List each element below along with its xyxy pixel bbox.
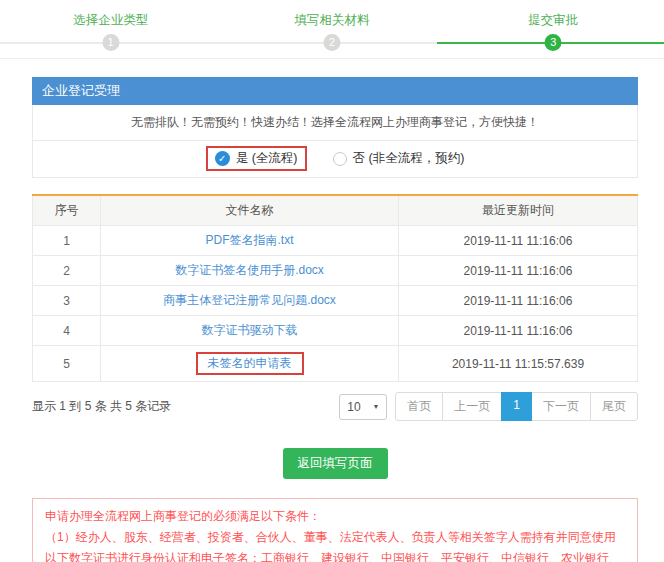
chevron-down-icon: ▼: [372, 403, 379, 410]
table-row: 2 数字证书签名使用手册.docx 2019-11-11 11:16:06: [33, 256, 638, 286]
registration-panel: 企业登记受理 无需排队！无需预约！快速办结！选择全流程网上办理商事登记，方便快捷…: [32, 77, 638, 178]
pagination: 10 ▼ 首页 上一页 1 下一页 尾页: [339, 392, 638, 421]
table-row: 4 数字证书驱动下载 2019-11-11 11:16:06: [33, 316, 638, 346]
stepper: 选择企业类型 填写相关材料 提交审批 1 2 3: [0, 0, 664, 58]
radio-full-process-label: 是 (全流程): [236, 150, 298, 167]
pagination-first-button[interactable]: 首页: [395, 392, 443, 421]
back-to-fill-page-button[interactable]: 返回填写页面: [283, 448, 388, 479]
step-label-fill-materials: 填写相关材料: [221, 12, 442, 29]
row-update-time: 2019-11-11 11:15:57.639: [399, 346, 638, 382]
page-size-select[interactable]: 10 ▼: [339, 394, 387, 420]
table-row: 5 未签名的申请表 2019-11-11 11:15:57.639: [33, 346, 638, 382]
records-summary: 显示 1 到 5 条 共 5 条记录: [32, 398, 171, 415]
step-circle-1: 1: [102, 34, 119, 51]
file-link-faq-doc[interactable]: 商事主体登记注册常见问题.docx: [163, 293, 336, 307]
row-update-time: 2019-11-11 11:16:06: [399, 256, 638, 286]
row-index: 2: [33, 256, 101, 286]
radio-full-process[interactable]: ✓ 是 (全流程): [215, 150, 298, 167]
pagination-prev-button[interactable]: 上一页: [442, 392, 502, 421]
documents-table: 序号 文件名称 最近更新时间 1 PDF签名指南.txt 2019-11-11 …: [32, 194, 638, 382]
file-link-unsigned-application-form[interactable]: 未签名的申请表: [208, 356, 292, 370]
requirement-item-1: （1）经办人、股东、经营者、投资者、合伙人、董事、法定代表人、负责人等相关签字人…: [45, 527, 625, 562]
row-index: 1: [33, 226, 101, 256]
row-update-time: 2019-11-11 11:16:06: [399, 226, 638, 256]
pagination-last-button[interactable]: 尾页: [590, 392, 638, 421]
row-index: 4: [33, 316, 101, 346]
radio-not-full-process-label: 否 (非全流程，预约): [353, 150, 465, 167]
requirements-notice: 申请办理全流程网上商事登记的必须满足以下条件： （1）经办人、股东、经营者、投资…: [32, 498, 638, 562]
process-type-radio-group: ✓ 是 (全流程) 否 (非全流程，预约): [33, 141, 637, 177]
radio-not-full-process[interactable]: 否 (非全流程，预约): [333, 150, 465, 167]
table-row: 1 PDF签名指南.txt 2019-11-11 11:16:06: [33, 226, 638, 256]
row-index: 3: [33, 286, 101, 316]
fast-track-notice: 无需排队！无需预约！快速办结！选择全流程网上办理商事登记，方便快捷！: [33, 105, 637, 141]
pagination-page-1-button[interactable]: 1: [501, 392, 532, 421]
table-row: 3 商事主体登记注册常见问题.docx 2019-11-11 11:16:06: [33, 286, 638, 316]
radio-unselected-icon: [333, 152, 347, 166]
table-footer: 显示 1 到 5 条 共 5 条记录 10 ▼ 首页 上一页 1 下一页 尾页: [32, 392, 638, 421]
file-link-cert-driver-download[interactable]: 数字证书驱动下载: [202, 323, 298, 337]
row-update-time: 2019-11-11 11:16:06: [399, 286, 638, 316]
page-size-value: 10: [347, 400, 360, 414]
header-file-name: 文件名称: [101, 195, 399, 226]
step-label-choose-type: 选择企业类型: [0, 12, 221, 29]
requirements-title: 申请办理全流程网上商事登记的必须满足以下条件：: [45, 506, 625, 527]
pagination-next-button[interactable]: 下一页: [531, 392, 591, 421]
step-circle-3: 3: [545, 34, 562, 51]
table-header-row: 序号 文件名称 最近更新时间: [33, 195, 638, 226]
file-link-cert-sign-manual[interactable]: 数字证书签名使用手册.docx: [175, 263, 324, 277]
step-label-submit-approval: 提交审批: [443, 12, 664, 29]
step-circle-2: 2: [324, 34, 341, 51]
panel-title: 企业登记受理: [32, 77, 638, 105]
highlight-box-full-process: ✓ 是 (全流程): [206, 146, 307, 171]
radio-selected-icon: ✓: [215, 151, 230, 166]
highlight-box-unsigned-form: 未签名的申请表: [196, 352, 304, 375]
row-update-time: 2019-11-11 11:16:06: [399, 316, 638, 346]
file-link-pdf-sign-guide[interactable]: PDF签名指南.txt: [205, 233, 293, 247]
header-update-time: 最近更新时间: [399, 195, 638, 226]
header-index: 序号: [33, 195, 101, 226]
row-index: 5: [33, 346, 101, 382]
